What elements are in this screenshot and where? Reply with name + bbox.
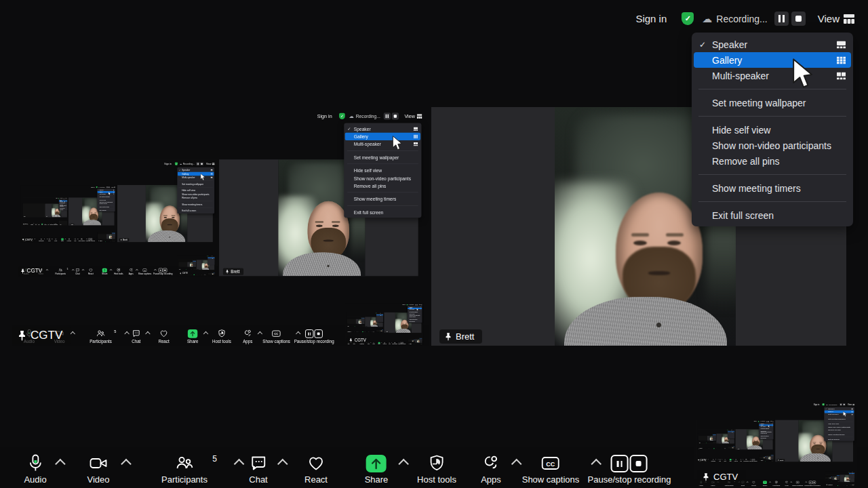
menu-item-show-meeting-timers[interactable]: Show meeting timers bbox=[177, 203, 214, 206]
security-shield-icon[interactable]: ✓ bbox=[96, 186, 98, 188]
menu-item-set-wallpaper[interactable]: Set meeting wallpaper bbox=[692, 95, 853, 110]
self-view-tile[interactable]: CGTV Brett Sign in ✓ ☁ Recor bbox=[345, 303, 423, 345]
chat-options-caret[interactable] bbox=[190, 274, 191, 275]
participants-button[interactable]: Participants 5 bbox=[161, 454, 208, 485]
stop-recording-icon[interactable] bbox=[111, 241, 111, 242]
sign-in-button[interactable]: Sign in bbox=[725, 430, 726, 430]
pause-stop-recording-button[interactable]: Pause/stop recording bbox=[85, 238, 95, 241]
menu-item-show-non-video[interactable]: Show non-video participants bbox=[692, 138, 853, 153]
participants-options-caret[interactable] bbox=[124, 331, 129, 337]
share-options-caret[interactable] bbox=[732, 460, 733, 460]
menu-item-set-wallpaper[interactable]: Set meeting wallpaper bbox=[59, 203, 68, 203]
participants-options-caret[interactable] bbox=[72, 269, 75, 272]
captions-button[interactable]: CC Show captions bbox=[369, 331, 372, 333]
chat-options-caret[interactable] bbox=[82, 269, 85, 272]
menu-item-multi-speaker-view[interactable]: Multi-speaker bbox=[177, 176, 214, 179]
shared-screen-tile[interactable]: CGTV bbox=[23, 204, 45, 218]
react-button[interactable]: React bbox=[39, 224, 40, 226]
shared-screen-tile[interactable]: CGTV Brett Sign in ✓ ☁ Recor bbox=[178, 260, 196, 270]
chat-options-caret[interactable] bbox=[722, 460, 722, 460]
menu-item-gallery-view[interactable]: Gallery bbox=[345, 133, 420, 140]
react-button[interactable]: React bbox=[54, 238, 57, 241]
host-tools-button[interactable]: Host tools bbox=[383, 342, 387, 345]
share-options-caret[interactable] bbox=[769, 481, 771, 483]
shared-screen-tile[interactable]: CGTV Brett Sign in ✓ ☁ Recor bbox=[698, 434, 716, 444]
sign-in-button[interactable]: Sign in bbox=[847, 472, 848, 472]
chat-options-caret[interactable] bbox=[370, 342, 371, 343]
chat-button[interactable]: Chat bbox=[709, 448, 709, 449]
stop-recording-button[interactable] bbox=[392, 113, 399, 119]
sign-in-button[interactable]: Sign in bbox=[164, 163, 172, 165]
menu-item-remove-all-pins[interactable]: Remove all pins bbox=[759, 433, 773, 434]
video-options-caret[interactable] bbox=[46, 269, 49, 272]
pause-stop-recording-button[interactable]: Pause/stop recording bbox=[723, 448, 726, 449]
view-button[interactable]: View bbox=[419, 304, 422, 305]
menu-item-set-wallpaper[interactable]: Set meeting wallpaper bbox=[824, 418, 854, 421]
audio-options-caret[interactable] bbox=[55, 459, 66, 470]
menu-item-multi-speaker-view[interactable]: Multi-speaker bbox=[692, 68, 853, 83]
stop-recording-button[interactable] bbox=[200, 162, 203, 165]
host-tools-button[interactable]: Host tools bbox=[417, 454, 456, 485]
chat-options-caret[interactable] bbox=[358, 331, 359, 332]
captions-button[interactable]: CC Show captions bbox=[522, 454, 580, 485]
share-button[interactable]: Share bbox=[713, 448, 714, 449]
security-shield-icon[interactable]: ✓ bbox=[682, 12, 694, 25]
menu-item-exit-full-screen[interactable]: Exit full screen bbox=[376, 321, 383, 322]
menu-item-set-wallpaper[interactable]: Set meeting wallpaper bbox=[97, 196, 115, 198]
pause-stop-recording-button[interactable]: Pause/stop recording bbox=[749, 459, 757, 462]
react-button[interactable]: React bbox=[835, 485, 836, 486]
security-shield-icon[interactable]: ✓ bbox=[822, 403, 824, 405]
chat-button[interactable]: Chat bbox=[35, 224, 36, 226]
menu-item-speaker-view[interactable]: ✓ Speaker bbox=[692, 37, 853, 52]
pause-stop-recording-button[interactable]: Pause/stop recording bbox=[54, 224, 58, 226]
menu-item-exit-full-screen[interactable]: Exit full screen bbox=[208, 264, 214, 265]
self-view-tile[interactable]: CGTV bbox=[382, 332, 383, 333]
menu-item-hide-self-view[interactable]: Hide self view bbox=[692, 122, 853, 138]
menu-item-exit-full-screen[interactable]: Exit full screen bbox=[849, 478, 854, 479]
share-button[interactable]: Share bbox=[187, 329, 199, 344]
pause-stop-recording-button[interactable]: Pause/stop recording bbox=[191, 269, 193, 270]
video-options-caret[interactable] bbox=[352, 331, 353, 332]
pause-stop-recording-button[interactable]: Pause/stop recording bbox=[711, 443, 713, 443]
share-button[interactable]: Share bbox=[102, 268, 107, 275]
menu-item-remove-all-pins[interactable]: Remove all pins bbox=[97, 203, 115, 205]
menu-item-exit-full-screen[interactable]: Exit full screen bbox=[692, 207, 853, 223]
menu-item-exit-full-screen[interactable]: Exit full screen bbox=[344, 209, 421, 216]
shared-screen-tile[interactable]: CGTV Brett Sign in ✓ ☁ Recor bbox=[698, 429, 735, 449]
menu-item-show-meeting-timers[interactable]: Show meeting timers bbox=[824, 433, 854, 436]
menu-item-exit-full-screen[interactable]: Exit full screen bbox=[177, 209, 214, 212]
menu-item-show-meeting-timers[interactable]: Show meeting timers bbox=[408, 319, 422, 320]
self-view-tile[interactable]: CGTV Brett Sign in ✓ ☁ Recor bbox=[178, 256, 215, 276]
view-button[interactable]: View bbox=[818, 13, 854, 24]
view-button[interactable]: View bbox=[848, 403, 854, 405]
share-button[interactable]: Share bbox=[763, 481, 768, 486]
react-button[interactable]: React bbox=[830, 481, 831, 482]
participants-options-caret[interactable] bbox=[47, 239, 48, 240]
shared-screen-tile[interactable]: CGTV bbox=[98, 234, 106, 239]
menu-item-remove-all-pins[interactable]: Remove all pins bbox=[344, 182, 421, 189]
chat-button[interactable]: Chat bbox=[184, 269, 184, 270]
shared-screen-tile[interactable]: CGTV Brett Sign in ✓ ☁ Recor bbox=[347, 312, 384, 333]
pause-recording-button[interactable] bbox=[774, 12, 789, 26]
security-shield-icon[interactable]: ✓ bbox=[339, 113, 345, 119]
self-view-tile[interactable]: CGTV bbox=[361, 325, 365, 327]
self-view-tile[interactable]: CGTV Brett Sign in ✓ ☁ Recor bbox=[771, 460, 774, 462]
stop-recording-icon[interactable] bbox=[711, 443, 712, 443]
security-shield-icon[interactable]: ✓ bbox=[175, 163, 178, 166]
self-view-tile[interactable]: CGTV Brett Sign in ✓ ☁ Recor bbox=[849, 484, 854, 487]
video-options-caret[interactable] bbox=[121, 459, 132, 470]
menu-item-exit-full-screen[interactable]: Exit full screen bbox=[97, 209, 115, 211]
menu-item-remove-all-pins[interactable]: Remove all pins bbox=[692, 153, 853, 169]
react-button[interactable]: React bbox=[724, 459, 726, 462]
shared-screen-tile[interactable]: CGTV Brett Sign in ✓ ☁ Recor bbox=[696, 420, 774, 462]
stop-recording-icon[interactable] bbox=[191, 269, 192, 270]
view-button[interactable]: View bbox=[111, 186, 115, 188]
participants-button[interactable]: Participants 5 bbox=[705, 448, 707, 449]
pause-stop-recording-button[interactable]: Pause/stop recording bbox=[153, 268, 172, 275]
shared-screen-tile[interactable]: CGTV Brett Sign in ✓ ☁ Recor bbox=[760, 456, 766, 460]
video-options-caret[interactable] bbox=[28, 224, 29, 224]
stop-recording-button[interactable] bbox=[768, 421, 769, 422]
self-view-tile[interactable]: CGTV bbox=[733, 449, 734, 449]
sign-in-button[interactable]: Sign in bbox=[814, 403, 820, 405]
menu-item-remove-all-pins[interactable]: Remove all pins bbox=[408, 317, 422, 318]
